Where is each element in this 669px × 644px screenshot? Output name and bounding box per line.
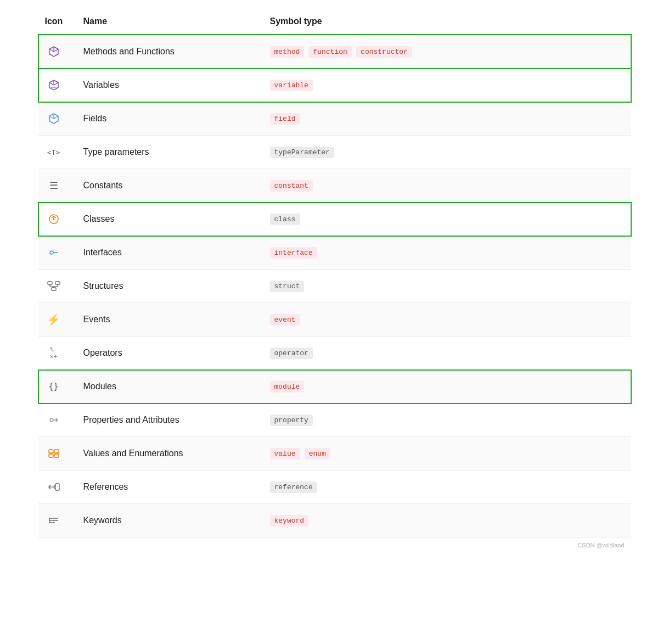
- operator-icon: %-×+: [38, 337, 77, 370]
- symbol-badge: function: [308, 46, 351, 58]
- struct-icon: [38, 270, 77, 303]
- table-row: {}Modulesmodule: [38, 370, 631, 404]
- svg-rect-22: [55, 484, 59, 490]
- row-name: Keywords: [77, 504, 263, 537]
- table-row: %-×+Operatorsoperator: [38, 337, 631, 370]
- row-name: Properties and Attributes: [77, 404, 263, 437]
- table-row: Referencesreference: [38, 471, 631, 504]
- symbol-badge: constructor: [356, 46, 412, 58]
- svg-rect-19: [54, 450, 59, 453]
- row-symbol-type: interface: [263, 236, 631, 270]
- cube-icon: [38, 35, 77, 69]
- symbol-badge: constant: [270, 180, 313, 192]
- row-symbol-type: keyword: [263, 504, 631, 537]
- table-container: Icon Name Symbol type Methods and Functi…: [33, 0, 637, 562]
- row-name: Interfaces: [77, 236, 263, 270]
- watermark: CSDN @wildland: [38, 537, 631, 551]
- header-name: Name: [77, 11, 263, 35]
- row-symbol-type: property: [263, 404, 631, 437]
- symbol-badge: variable: [270, 80, 313, 91]
- symbol-badge: module: [270, 381, 305, 393]
- row-name: References: [77, 471, 263, 504]
- row-symbol-type: constant: [263, 169, 631, 203]
- symbol-badge: method: [270, 46, 305, 58]
- row-symbol-type: class: [263, 203, 631, 236]
- svg-rect-6: [55, 282, 60, 284]
- row-name: Classes: [77, 203, 263, 236]
- variable-cube-icon: [38, 69, 77, 102]
- reference-icon: [38, 471, 77, 504]
- symbol-badge: typeParameter: [270, 147, 334, 158]
- constant-icon: ☰: [38, 169, 77, 203]
- table-row: ⚡Eventsevent: [38, 303, 631, 337]
- event-icon: ⚡: [38, 303, 77, 337]
- header-icon: Icon: [38, 11, 77, 35]
- symbol-badge: enum: [305, 448, 330, 460]
- table-row: ☰Constantsconstant: [38, 169, 631, 203]
- table-row: Variablesvariable: [38, 69, 631, 102]
- symbol-types-table: Icon Name Symbol type Methods and Functi…: [38, 11, 631, 537]
- class-icon: [38, 203, 77, 236]
- row-symbol-type: value enum: [263, 437, 631, 471]
- row-name: Structures: [77, 270, 263, 303]
- table-row: Values and Enumerationsvalue enum: [38, 437, 631, 471]
- symbol-badge: class: [270, 214, 300, 225]
- row-symbol-type: field: [263, 102, 631, 136]
- symbol-badge: value: [270, 448, 300, 460]
- symbol-badge: event: [270, 314, 300, 326]
- svg-rect-18: [49, 454, 53, 457]
- row-symbol-type: method function constructor: [263, 35, 631, 69]
- type-param-icon: <T>: [38, 136, 77, 169]
- property-icon: [38, 404, 77, 437]
- row-name: Values and Enumerations: [77, 437, 263, 471]
- row-name: Modules: [77, 370, 263, 404]
- interface-icon: [38, 236, 77, 270]
- row-name: Variables: [77, 69, 263, 102]
- row-symbol-type: variable: [263, 69, 631, 102]
- row-symbol-type: reference: [263, 471, 631, 504]
- enum-icon: [38, 437, 77, 471]
- symbol-badge: interface: [270, 247, 317, 259]
- row-name: Constants: [77, 169, 263, 203]
- table-row: Fieldsfield: [38, 102, 631, 136]
- table-row: Properties and Attributesproperty: [38, 404, 631, 437]
- keyword-icon: [38, 504, 77, 537]
- svg-point-3: [50, 251, 53, 254]
- svg-rect-5: [48, 282, 52, 284]
- row-name: Methods and Functions: [77, 35, 263, 69]
- module-icon: {}: [38, 370, 77, 404]
- header-symbol: Symbol type: [263, 11, 631, 35]
- svg-rect-7: [52, 288, 56, 290]
- svg-rect-0: [51, 87, 57, 88]
- symbol-badge: reference: [270, 481, 317, 493]
- symbol-badge: struct: [270, 281, 305, 292]
- table-header-row: Icon Name Symbol type: [38, 11, 631, 35]
- table-row: <T>Type parameterstypeParameter: [38, 136, 631, 169]
- symbol-badge: property: [270, 415, 313, 426]
- svg-point-13: [50, 418, 53, 422]
- row-symbol-type: module: [263, 370, 631, 404]
- table-row: Methods and Functionsmethod function con…: [38, 35, 631, 69]
- table-body: Methods and Functionsmethod function con…: [38, 35, 631, 537]
- row-name: Events: [77, 303, 263, 337]
- row-name: Type parameters: [77, 136, 263, 169]
- row-name: Fields: [77, 102, 263, 136]
- svg-rect-17: [49, 450, 53, 453]
- symbol-badge: keyword: [270, 515, 309, 527]
- svg-rect-20: [54, 454, 59, 457]
- table-row: Interfacesinterface: [38, 236, 631, 270]
- row-name: Operators: [77, 337, 263, 370]
- row-symbol-type: typeParameter: [263, 136, 631, 169]
- table-row: Keywordskeyword: [38, 504, 631, 537]
- row-symbol-type: operator: [263, 337, 631, 370]
- row-symbol-type: struct: [263, 270, 631, 303]
- symbol-badge: field: [270, 113, 300, 125]
- field-cube-icon: [38, 102, 77, 136]
- row-symbol-type: event: [263, 303, 631, 337]
- symbol-badge: operator: [270, 348, 313, 359]
- table-row: Structuresstruct: [38, 270, 631, 303]
- table-row: Classesclass: [38, 203, 631, 236]
